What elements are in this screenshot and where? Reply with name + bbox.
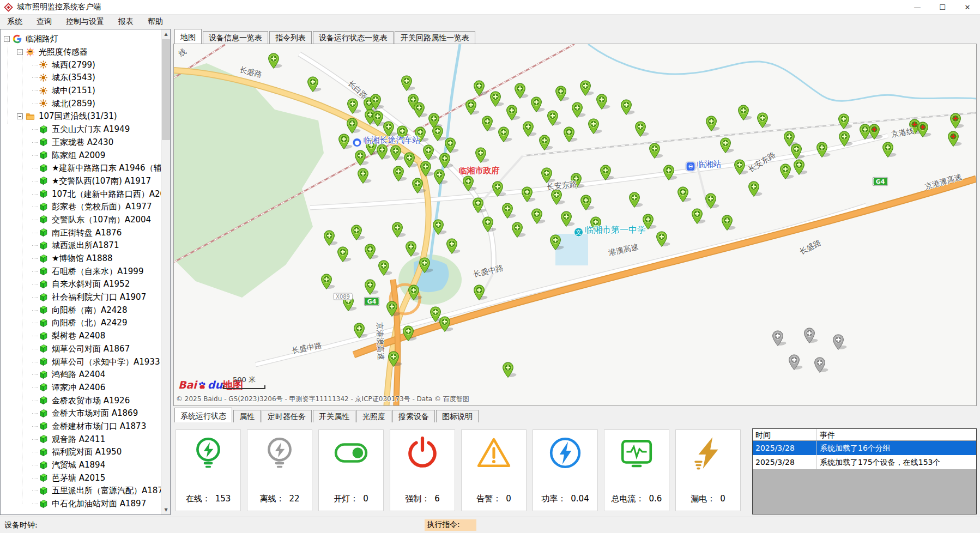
map-pin-online-icon[interactable]	[307, 76, 319, 93]
map-pin-online-icon[interactable]	[465, 99, 477, 116]
map-pin-online-icon[interactable]	[481, 116, 493, 132]
map-pin-online-icon[interactable]	[357, 168, 369, 184]
map-pin-online-icon[interactable]	[353, 323, 365, 339]
map-pin-online-icon[interactable]	[346, 118, 358, 134]
map-pin-online-icon[interactable]	[571, 102, 583, 118]
tree-leaf-1-17[interactable]: 烟草公司对面 A1867	[1, 343, 161, 356]
map-pin-online-icon[interactable]	[555, 86, 567, 102]
map-pin-online-icon[interactable]	[737, 105, 749, 121]
map-pin-online-icon[interactable]	[350, 225, 362, 241]
tree-root[interactable]: 临湘路灯	[1, 33, 161, 46]
map-pin-online-icon[interactable]	[337, 246, 349, 263]
collapse-icon[interactable]	[4, 36, 10, 42]
map-pin-online-icon[interactable]	[563, 126, 575, 143]
map-pin-online-icon[interactable]	[419, 257, 431, 274]
close-button[interactable]: ✕	[955, 0, 980, 15]
status-card-4[interactable]: 告警：0	[461, 429, 527, 511]
event-log-row-1[interactable]: 2025/3/28 12:15:08系统加载了175个设备，在线153个	[753, 455, 976, 469]
map-pin-online-icon[interactable]	[338, 134, 350, 150]
minimize-button[interactable]: —	[905, 0, 930, 15]
status-card-1[interactable]: 离线：22	[247, 429, 312, 511]
tree-leaf-1-26[interactable]: 汽贸城 A1894	[1, 459, 161, 472]
tree-leaf-1-3[interactable]: ★建新中路路口东 A1946（辅道灯）	[1, 162, 161, 175]
map-pin-online-icon[interactable]	[579, 80, 591, 96]
tree-leaf-1-12[interactable]: 自来水斜对面 A1952	[1, 278, 161, 291]
tree-leaf-0-3[interactable]: 城北(2859)	[1, 97, 161, 110]
map-pin-online-icon[interactable]	[600, 165, 612, 181]
map-pin-online-icon[interactable]	[433, 169, 445, 185]
map-pin-online-icon[interactable]	[489, 91, 501, 107]
map-pin-online-icon[interactable]	[402, 325, 414, 342]
tree-leaf-1-2[interactable]: 陈家组 A2009	[1, 149, 161, 162]
map-pin-online-icon[interactable]	[541, 167, 553, 184]
map-pin-online-icon[interactable]	[506, 105, 518, 121]
tab-bottom-1[interactable]: 属性	[233, 410, 261, 422]
menu-item-3[interactable]: 报表	[111, 15, 141, 29]
tree-leaf-1-20[interactable]: 谭家冲 A2406	[1, 381, 161, 395]
map-pin-forced-icon[interactable]	[947, 131, 959, 147]
map-pin-online-icon[interactable]	[719, 137, 731, 154]
map-pin-online-icon[interactable]	[472, 197, 484, 214]
map-pin-online-icon[interactable]	[816, 142, 828, 158]
tree-leaf-1-4[interactable]: ★交警队西(107南) A1917	[1, 175, 161, 188]
tree-leaf-1-14[interactable]: 向阳桥（南）A2428	[1, 304, 161, 317]
map-pin-online-icon[interactable]	[530, 96, 542, 113]
map-pin-online-icon[interactable]	[596, 94, 608, 110]
scroll-thumb[interactable]	[162, 39, 170, 140]
tree-leaf-1-18[interactable]: 烟草公司（求知中学）A1933	[1, 355, 161, 368]
tree-group-1[interactable]: 107国道沿线(31/31)	[1, 110, 161, 123]
device-tree[interactable]: 临湘路灯光照度传感器城西(2799)城东(3543)城中(2151)城北(285…	[1, 29, 161, 514]
map-pin-offline-icon[interactable]	[772, 330, 784, 347]
tree-leaf-1-21[interactable]: 金桥农贸市场 A1926	[1, 394, 161, 407]
map-pin-online-icon[interactable]	[521, 186, 533, 203]
map-pin-online-icon[interactable]	[691, 208, 703, 225]
map-pin-online-icon[interactable]	[432, 219, 444, 235]
tree-leaf-1-19[interactable]: 鸿鹤路 A2404	[1, 368, 161, 381]
map-pin-online-icon[interactable]	[364, 244, 376, 260]
map-pin-online-icon[interactable]	[514, 83, 526, 99]
map-pin-online-icon[interactable]	[413, 102, 425, 118]
tree-leaf-1-13[interactable]: 社会福利院大门口 A1907	[1, 291, 161, 304]
tab-map-4[interactable]: 开关回路属性一览表	[395, 31, 475, 44]
map-pin-online-icon[interactable]	[405, 241, 417, 257]
map-pin-online-icon[interactable]	[446, 238, 458, 255]
map-pin-online-icon[interactable]	[391, 222, 403, 238]
map-pin-online-icon[interactable]	[378, 260, 390, 276]
tab-bottom-5[interactable]: 搜索设备	[392, 410, 435, 422]
map-pin-online-icon[interactable]	[705, 193, 717, 209]
map-pin-online-icon[interactable]	[549, 234, 561, 251]
map-pin-online-icon[interactable]	[320, 274, 332, 290]
map-pin-online-icon[interactable]	[372, 111, 384, 127]
scroll-down-icon[interactable]: ▼	[161, 505, 171, 514]
status-card-0[interactable]: 在线：153	[176, 429, 241, 511]
map-pin-online-icon[interactable]	[588, 118, 600, 135]
map-pin-online-icon[interactable]	[401, 75, 413, 92]
map-pin-online-icon[interactable]	[482, 216, 494, 233]
map-pin-online-icon[interactable]	[370, 94, 382, 110]
tree-leaf-1-7[interactable]: 交警队东（107南）A2004	[1, 214, 161, 227]
map-canvas[interactable]: Baidu地图 500 米 © 2025 Baidu - GS(2023)320…	[173, 44, 977, 406]
tree-leaf-1-28[interactable]: 五里派出所（富源汽配）A1874	[1, 484, 161, 498]
map-pin-online-icon[interactable]	[473, 284, 485, 301]
map-pin-offline-icon[interactable]	[803, 328, 815, 344]
map-pin-online-icon[interactable]	[511, 222, 523, 238]
map-pin-online-icon[interactable]	[522, 121, 534, 137]
tree-leaf-1-11[interactable]: 石咀桥（自来水）A1999	[1, 265, 161, 278]
status-card-3[interactable]: 强制：6	[390, 429, 455, 511]
map-pin-online-icon[interactable]	[354, 150, 366, 166]
event-log-row-0[interactable]: 2025/3/28 12:15:08系统加载了16个分组	[753, 441, 976, 455]
map-pin-online-icon[interactable]	[560, 211, 572, 227]
tree-leaf-0-1[interactable]: 城东(3543)	[1, 71, 161, 84]
map-pin-online-icon[interactable]	[838, 131, 850, 147]
tree-leaf-1-1[interactable]: 王家珑巷 A2430	[1, 136, 161, 149]
map-pin-online-icon[interactable]	[620, 99, 632, 116]
tab-bottom-0[interactable]: 系统运行状态	[174, 408, 232, 422]
menu-item-2[interactable]: 控制与设置	[59, 15, 111, 29]
map-pin-online-icon[interactable]	[580, 195, 592, 211]
map-pin-online-icon[interactable]	[705, 116, 717, 132]
tab-map-2[interactable]: 指令列表	[269, 31, 312, 44]
map-pin-online-icon[interactable]	[432, 125, 444, 142]
map-pin-forced-icon[interactable]	[949, 113, 961, 129]
map-pin-online-icon[interactable]	[663, 165, 675, 181]
tree-group-0[interactable]: 光照度传感器	[1, 46, 161, 59]
